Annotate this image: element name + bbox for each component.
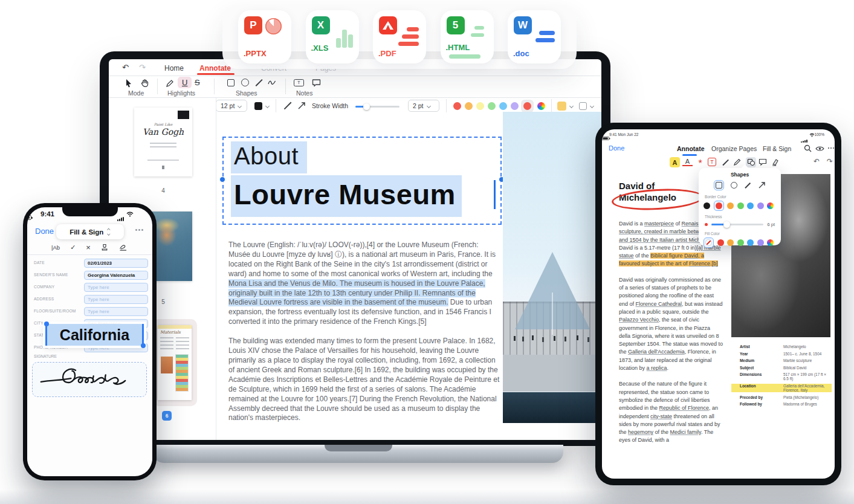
ellipse-shape-option[interactable] xyxy=(731,182,737,189)
fill-swatch-chevron[interactable] xyxy=(569,104,574,108)
color-dot[interactable] xyxy=(737,239,744,246)
undo-icon[interactable]: ↶ xyxy=(122,63,129,72)
color-dot[interactable] xyxy=(747,239,754,246)
signature-tool-icon[interactable] xyxy=(119,244,128,251)
arrow-shape-option[interactable] xyxy=(758,181,766,189)
marker-tool[interactable] xyxy=(771,158,781,168)
redo-icon[interactable]: ↷ xyxy=(139,63,146,72)
tab-organize-pages[interactable]: Organize Pages xyxy=(711,145,757,152)
border-style-swatch[interactable] xyxy=(579,102,587,110)
text-note-tool[interactable]: T xyxy=(294,79,304,86)
scribble-shape-tool[interactable] xyxy=(268,79,276,86)
tab-annotate[interactable]: Annotate xyxy=(199,64,231,73)
text-color-dropdown-chevron[interactable] xyxy=(265,104,270,108)
color-dot[interactable] xyxy=(717,239,724,246)
color-dot[interactable] xyxy=(499,102,507,110)
strikethrough-tool[interactable]: S xyxy=(195,78,200,87)
page-thumbnail-6[interactable]: Materials xyxy=(158,325,192,400)
eye-icon[interactable] xyxy=(815,146,824,152)
selected-thumbnail-wrap[interactable]: Materials xyxy=(152,319,197,406)
fill-sign-title: Fill & Sign xyxy=(70,228,103,236)
color-dot[interactable] xyxy=(747,202,754,209)
state-value-selection[interactable]: California xyxy=(45,324,144,346)
stroke-size-dropdown[interactable]: 2 pt xyxy=(408,100,439,112)
more-button[interactable] xyxy=(135,229,144,231)
text-box-tool[interactable]: T xyxy=(708,158,716,166)
border-swatch-chevron[interactable] xyxy=(590,104,594,108)
tab-fill-sign[interactable]: Fill & Sign xyxy=(763,145,791,152)
done-button[interactable]: Done xyxy=(609,144,624,152)
thickness-slider[interactable] xyxy=(711,224,763,225)
pencil-highlight-icon[interactable] xyxy=(166,79,174,88)
color-dot[interactable] xyxy=(704,202,710,209)
xls-tile[interactable]: X .XLS xyxy=(306,10,359,63)
font-size-dropdown[interactable]: 12 pt xyxy=(216,100,247,112)
color-dot[interactable] xyxy=(737,202,744,209)
text-field-tool[interactable]: |Ab xyxy=(51,244,60,251)
slider-knob[interactable] xyxy=(723,221,730,228)
ellipse-shape-tool[interactable] xyxy=(241,79,249,86)
highlighter-tool[interactable]: A xyxy=(670,157,680,167)
color-dot[interactable] xyxy=(453,102,461,110)
underline-tool[interactable]: A xyxy=(682,157,693,166)
pen-tool[interactable] xyxy=(720,157,731,167)
pptx-tile[interactable]: P .PPTX xyxy=(238,10,291,63)
selected-no-fill[interactable] xyxy=(704,237,714,248)
address-field[interactable]: Type here xyxy=(84,295,148,304)
line-shape-option[interactable] xyxy=(745,183,751,189)
underline-tool[interactable]: U xyxy=(178,77,192,88)
undo-icon[interactable]: ↶ xyxy=(814,157,820,166)
doc-tile[interactable]: W .doc xyxy=(508,10,561,63)
company-field[interactable]: Type here xyxy=(84,283,148,292)
floor-suite-room-field[interactable]: Type here xyxy=(84,307,148,316)
selection-caret-right[interactable] xyxy=(142,324,144,346)
text-color-swatch[interactable] xyxy=(254,102,262,110)
comment-tool[interactable] xyxy=(759,158,769,169)
selection-caret-left[interactable] xyxy=(45,324,47,346)
hand-tool-icon[interactable] xyxy=(140,79,149,88)
color-dot[interactable] xyxy=(727,239,734,246)
fill-color-swatch[interactable] xyxy=(557,102,566,111)
search-icon[interactable] xyxy=(804,144,812,152)
color-dot[interactable] xyxy=(757,202,764,209)
checkmark-tool[interactable]: ✓ xyxy=(70,244,76,251)
done-button[interactable]: Done xyxy=(35,227,54,236)
selected-border-color[interactable] xyxy=(714,201,724,211)
rainbow-color-dot[interactable] xyxy=(537,102,545,110)
tab-home[interactable]: Home xyxy=(164,64,184,73)
arrow-tool-icon[interactable] xyxy=(297,101,306,110)
line-tool-icon[interactable] xyxy=(284,102,292,110)
shapes-tool-selected[interactable] xyxy=(746,157,756,167)
redo-icon[interactable]: ↷ xyxy=(827,157,833,166)
stroke-width-slider[interactable] xyxy=(355,106,400,108)
comment-note-tool[interactable] xyxy=(312,79,321,87)
tab-annotate[interactable]: Annotate xyxy=(677,145,705,152)
pdf-tile[interactable]: .PDF xyxy=(373,10,426,63)
selection-handle-left[interactable] xyxy=(219,176,225,183)
cursor-tool-icon[interactable] xyxy=(125,79,133,88)
color-dot[interactable] xyxy=(488,102,496,110)
selected-color-dot[interactable] xyxy=(521,100,534,112)
html-tile[interactable]: 5 .HTML xyxy=(441,10,494,63)
color-dot[interactable] xyxy=(465,102,473,110)
rectangle-shape-option-selected[interactable] xyxy=(714,180,724,190)
more-button[interactable] xyxy=(828,147,835,149)
text-selection-box[interactable]: About Louvre Museum xyxy=(222,137,502,225)
slider-knob[interactable] xyxy=(363,103,370,110)
color-dot[interactable] xyxy=(476,102,484,110)
rectangle-shape-tool[interactable] xyxy=(227,79,235,86)
color-dot[interactable] xyxy=(511,102,519,110)
signature-box[interactable] xyxy=(32,362,147,397)
page-thumbnail-4[interactable]: Paint Like Van Gogh xyxy=(134,108,192,176)
stamp-tool-icon[interactable] xyxy=(101,244,109,251)
star-annotation-tool[interactable]: * xyxy=(695,158,705,169)
rainbow-color-dot[interactable] xyxy=(767,239,774,246)
sender-name-field[interactable]: Georgina Valenzuela xyxy=(84,271,148,280)
color-dot[interactable] xyxy=(757,239,764,246)
date-field[interactable]: 02/01/2023 xyxy=(84,259,148,268)
line-shape-tool[interactable] xyxy=(256,79,263,86)
rainbow-color-dot[interactable] xyxy=(767,202,774,209)
fill-sign-selector[interactable]: Fill & Sign xyxy=(56,224,124,239)
color-dot[interactable] xyxy=(727,202,734,209)
cross-tool[interactable]: × xyxy=(86,243,91,252)
